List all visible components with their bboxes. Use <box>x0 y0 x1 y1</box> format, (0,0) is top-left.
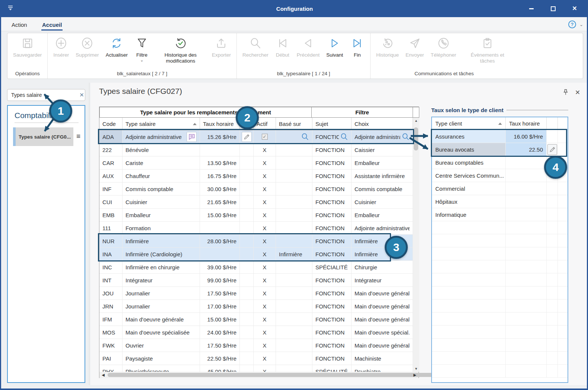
cell-taux-horaire[interactable]: 15.00 $/Hre <box>200 209 240 221</box>
cell-sujet[interactable]: SPÉCIALITÉ <box>312 261 352 273</box>
cell-edit[interactable] <box>240 130 254 143</box>
cell-actif[interactable]: X <box>254 222 276 234</box>
cell-base-sur[interactable] <box>276 352 312 365</box>
scroll-down-icon[interactable]: ▼ <box>413 366 419 372</box>
table-row[interactable]: Assurances16.00 $/Hre <box>432 130 568 143</box>
cell-edit[interactable] <box>547 260 558 273</box>
cell-taux-horaire[interactable] <box>200 143 240 156</box>
cell-code[interactable]: 222 <box>99 143 123 156</box>
cell-type-salaire[interactable]: Emballeur <box>123 209 200 221</box>
cell-actif[interactable]: X <box>254 352 276 365</box>
pin-icon[interactable] <box>563 89 569 97</box>
cell-sujet[interactable]: FONCTION <box>312 274 352 286</box>
cell-code[interactable]: CUI <box>99 196 123 208</box>
cell-actif[interactable]: X <box>254 183 276 195</box>
tab-action[interactable]: Action <box>11 20 28 29</box>
table-row[interactable] <box>432 326 568 339</box>
cell-taux-horaire[interactable] <box>506 260 547 273</box>
cell-choix[interactable]: Intégrateur <box>352 274 413 286</box>
table-row[interactable] <box>432 273 568 286</box>
cell-actif[interactable]: X <box>254 300 276 313</box>
table-row[interactable]: 111FormationXFONCTIONAdjointe administra… <box>99 222 413 235</box>
ribbon-button-exporter[interactable]: Exporter <box>209 33 234 58</box>
cell-choix[interactable]: Assistante infirmière <box>352 169 413 182</box>
cell-edit[interactable] <box>547 247 558 260</box>
close-button[interactable]: ✕ <box>564 0 585 17</box>
search-input[interactable] <box>7 92 79 98</box>
clear-search-icon[interactable]: ✕ <box>79 92 85 98</box>
table-row[interactable]: FWKOuvrier17.50 $/HreXFONCTIONMain d'oeu… <box>99 339 413 352</box>
cell-type-salaire[interactable]: Adjointe administrative <box>123 130 200 143</box>
cell-edit[interactable] <box>240 156 254 169</box>
cell-type-client[interactable] <box>432 221 506 234</box>
cell-type-salaire[interactable]: Infirmière <box>123 235 200 247</box>
column-header-type-client[interactable]: Type client <box>432 117 506 130</box>
table-row[interactable] <box>432 247 568 260</box>
cell-taux-horaire[interactable] <box>506 221 547 234</box>
cell-base-sur[interactable] <box>276 222 312 234</box>
cell-taux-horaire[interactable] <box>506 234 547 247</box>
cell-sujet[interactable]: FONCTION <box>312 352 352 365</box>
table-row[interactable]: IFMMain d'oeuvre générale15.00 $/HreXFON… <box>99 313 413 326</box>
vertical-scrollbar[interactable]: ▲ ▼ <box>413 118 419 372</box>
table-row[interactable]: INCInfirmière en chirurgie39.00 $/HreXSP… <box>99 261 413 274</box>
cell-code[interactable]: INA <box>99 248 123 260</box>
cell-edit[interactable] <box>547 286 558 299</box>
cell-type-salaire[interactable]: Commis comptable <box>123 183 200 195</box>
cell-base-sur[interactable] <box>276 261 312 273</box>
cell-sujet[interactable]: FONCTION <box>312 287 352 299</box>
table-row[interactable] <box>432 365 568 378</box>
cell-taux-horaire[interactable] <box>506 156 547 169</box>
checkbox-checked-icon[interactable]: ✓ <box>262 134 268 140</box>
cell-type-salaire[interactable]: Main d'oeuvre générale <box>123 313 200 326</box>
sidebar-item-types-salaire[interactable]: Types salaire (CFG0... <box>13 127 73 146</box>
cell-type-client[interactable]: Commercial <box>432 182 506 195</box>
cell-sujet[interactable]: FONCTION <box>312 339 352 352</box>
ribbon-button-sauvegarder[interactable]: Sauvegarder <box>10 33 45 58</box>
cell-code[interactable]: 111 <box>99 222 123 234</box>
cell-code[interactable]: FWK <box>99 339 123 352</box>
cell-taux-horaire[interactable] <box>506 195 547 208</box>
cell-choix[interactable]: Adjointe administrative <box>352 130 413 143</box>
cell-code[interactable]: INF <box>99 183 123 195</box>
cell-edit[interactable] <box>240 300 254 313</box>
help-icon[interactable]: ? <box>568 20 576 28</box>
cell-taux-horaire[interactable] <box>506 208 547 221</box>
cell-actif[interactable]: X <box>254 156 276 169</box>
cell-code[interactable]: IFM <box>99 313 123 326</box>
cell-type-salaire[interactable]: Paysagiste <box>123 352 200 365</box>
cell-actif[interactable]: X <box>254 196 276 208</box>
cell-actif[interactable]: ✓ <box>254 130 276 143</box>
cell-taux-horaire[interactable] <box>506 313 547 325</box>
cell-taux-horaire[interactable] <box>506 326 547 338</box>
table-row[interactable]: MOSMain d'oeuvre spécialisée24.00 $/HreX… <box>99 326 413 339</box>
cell-type-client[interactable] <box>432 299 506 312</box>
table-row[interactable] <box>432 234 568 247</box>
cell-taux-horaire[interactable]: 17.50 $/Hre <box>200 339 240 352</box>
table-row[interactable]: INFCommis comptable30.00 $/HreXFONCTIONC… <box>99 183 413 196</box>
cell-taux-horaire[interactable]: 15.00 $/Hre <box>200 313 240 326</box>
ribbon-button-evenements-et-taches[interactable]: Évènements et tâches <box>460 33 515 64</box>
cell-edit[interactable] <box>547 326 558 338</box>
cell-type-salaire[interactable]: Infirmière (Cardiologie) <box>123 248 200 260</box>
cell-type-client[interactable] <box>432 286 506 299</box>
cell-actif[interactable]: X <box>254 209 276 221</box>
cell-edit[interactable] <box>547 352 558 364</box>
cell-type-client[interactable]: Bureau avocats <box>432 143 506 156</box>
cell-type-salaire[interactable]: Formation <box>123 222 200 234</box>
cell-code[interactable]: NUR <box>99 235 123 247</box>
cell-edit[interactable] <box>240 248 254 260</box>
table-row[interactable]: JOUJournalier17.50 $/HreXFONCTIONMain d'… <box>99 287 413 300</box>
column-header-base-sur[interactable]: Basé sur <box>276 118 312 130</box>
cell-base-sur[interactable] <box>276 130 312 143</box>
table-row[interactable] <box>432 299 568 313</box>
cell-type-salaire[interactable]: Bénévole <box>123 143 200 156</box>
cell-code[interactable]: PAI <box>99 352 123 365</box>
cell-base-sur[interactable] <box>276 313 312 326</box>
cell-choix[interactable]: Main d'oeuvre générale <box>352 339 413 352</box>
cell-code[interactable]: EMB <box>99 209 123 221</box>
cell-sujet[interactable]: FONCTION <box>312 300 352 313</box>
ribbon-button-envoyer[interactable]: Envoyer <box>402 33 428 58</box>
cell-type-client[interactable] <box>432 247 506 260</box>
cell-sujet[interactable]: FONCTION <box>312 222 352 234</box>
